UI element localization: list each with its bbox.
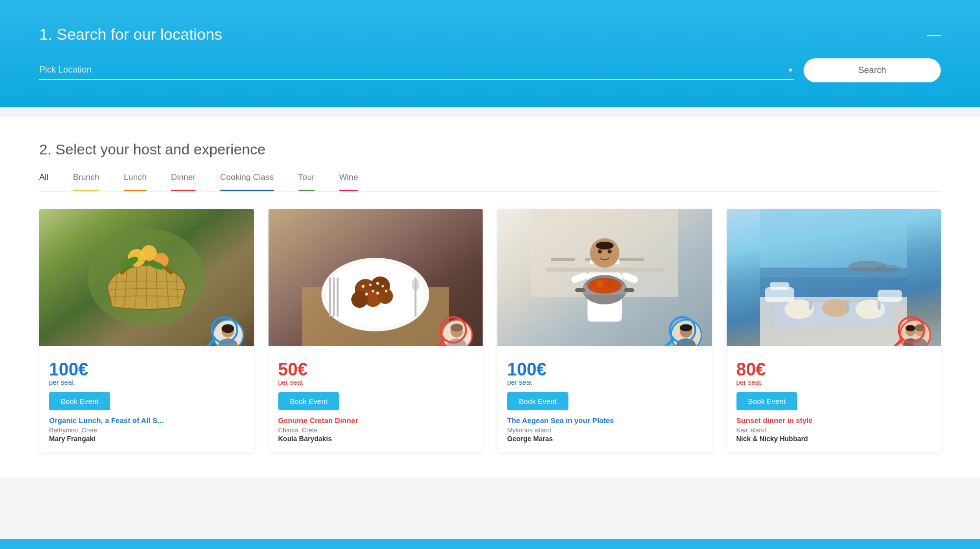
- step2-title: 2. Select your host and experience: [39, 141, 941, 158]
- card-4-location: Kea island: [736, 426, 931, 434]
- search-row: Pick Location ▼ Search: [39, 58, 941, 82]
- card-4-image: [727, 209, 941, 346]
- svg-point-29: [376, 282, 379, 285]
- card-2-price: 50€: [278, 361, 473, 378]
- magnify-1-svg: [197, 314, 242, 346]
- svg-point-30: [382, 285, 384, 288]
- card-3-content: 100€ per seat Book Event The Aegean Sea …: [497, 346, 712, 452]
- card-2-host: Koula Barydakis: [278, 435, 473, 443]
- svg-point-27: [362, 285, 365, 288]
- svg-line-97: [892, 340, 902, 346]
- header-top: 1. Search for our locations —: [39, 25, 941, 44]
- tab-cooking-class[interactable]: Cooking Class: [220, 173, 274, 186]
- minimize-button[interactable]: —: [927, 27, 941, 43]
- svg-point-56: [608, 250, 612, 253]
- cooking-underline: [220, 190, 274, 191]
- svg-rect-50: [619, 258, 644, 261]
- card-4-event-name: Sunset dinner in style: [736, 416, 931, 424]
- svg-rect-36: [333, 277, 335, 317]
- location-placeholder: Pick Location: [39, 65, 92, 75]
- card-3-host: George Maras: [507, 435, 702, 443]
- card-1-avatar-wrapper: [207, 319, 244, 346]
- svg-point-28: [369, 284, 372, 286]
- svg-rect-84: [846, 300, 849, 310]
- magnify-4-svg: [884, 314, 929, 346]
- step1-title: 1. Search for our locations: [39, 25, 222, 44]
- card-2-event-name: Genuine Cretan Dinner: [278, 416, 473, 424]
- card-1-content: 100€ per seat Book Event Organic Lunch, …: [39, 346, 254, 452]
- card-3-per-seat: per seat: [507, 378, 702, 386]
- tour-underline: [298, 190, 315, 191]
- card-3-image: [497, 209, 712, 346]
- tab-wine[interactable]: Wine: [339, 173, 358, 186]
- svg-point-76: [875, 265, 900, 273]
- tab-tour[interactable]: Tour: [298, 173, 315, 186]
- card-2-book-button[interactable]: Book Event: [278, 392, 340, 410]
- card-3: 100€ per seat Book Event The Aegean Sea …: [497, 209, 712, 452]
- tab-brunch[interactable]: Brunch: [73, 173, 99, 186]
- card-2-avatar-wrapper: [436, 319, 473, 346]
- svg-rect-48: [551, 258, 575, 261]
- card-3-price: 100€: [507, 361, 702, 378]
- magnify-2-svg: [426, 314, 470, 346]
- card-2-per-seat: per seat: [278, 378, 473, 386]
- card-1-book-button[interactable]: Book Event: [49, 392, 110, 410]
- svg-rect-85: [878, 301, 881, 310]
- card-2-image: [269, 209, 483, 346]
- svg-point-62: [588, 278, 622, 294]
- svg-point-33: [365, 293, 368, 296]
- card-3-event-name: The Aegean Sea in your Plates: [507, 416, 702, 424]
- svg-line-45: [434, 340, 443, 346]
- spacer: [0, 107, 980, 117]
- dropdown-arrow-icon: ▼: [787, 66, 794, 74]
- svg-point-81: [822, 299, 850, 317]
- svg-point-31: [376, 292, 379, 295]
- search-button[interactable]: Search: [804, 58, 941, 82]
- card-2-content: 50€ per seat Book Event Genuine Cretan D…: [269, 346, 483, 452]
- lunch-underline: [124, 190, 147, 191]
- svg-point-57: [596, 242, 613, 250]
- svg-rect-47: [546, 268, 663, 272]
- bottom-bar: [0, 539, 980, 549]
- location-dropdown[interactable]: Pick Location ▼: [39, 61, 794, 80]
- card-3-book-button[interactable]: Book Event: [507, 392, 568, 410]
- magnify-3-svg: [656, 314, 700, 346]
- svg-line-72: [663, 340, 673, 346]
- card-2: 50€ per seat Book Event Genuine Cretan D…: [269, 209, 483, 452]
- svg-point-39: [412, 279, 419, 291]
- card-4-book-button[interactable]: Book Event: [736, 392, 798, 410]
- top-bar: [0, 0, 980, 6]
- card-1-host: Mary Frangaki: [49, 435, 244, 443]
- card-1: 100€ per seat Book Event Organic Lunch, …: [39, 209, 254, 452]
- tab-lunch[interactable]: Lunch: [124, 173, 147, 186]
- card-3-avatar-wrapper: [665, 319, 702, 346]
- card-4-avatar-wrapper: [894, 319, 931, 346]
- svg-rect-83: [809, 301, 812, 310]
- card-1-per-seat: per seat: [49, 378, 244, 386]
- card-4-content: 80€ per seat Book Event Sunset dinner in…: [727, 346, 941, 452]
- card-4-host: Nick & Nicky Hubbard: [736, 435, 931, 443]
- svg-point-32: [372, 290, 374, 293]
- svg-point-55: [598, 250, 602, 253]
- svg-line-18: [205, 340, 215, 346]
- wine-underline: [339, 190, 358, 191]
- card-3-location: Mykonos island: [507, 426, 702, 434]
- svg-rect-66: [624, 288, 634, 292]
- card-1-location: Rethymno, Crete: [49, 426, 244, 434]
- tab-dinner[interactable]: Dinner: [171, 173, 196, 186]
- card-1-event-name: Organic Lunch, a Feast of All S...: [49, 416, 244, 424]
- tab-all[interactable]: All: [39, 173, 49, 186]
- svg-point-64: [607, 281, 614, 288]
- card-2-location: Chania, Crete: [278, 426, 473, 434]
- main-section: 2. Select your host and experience All B…: [0, 117, 980, 477]
- svg-point-34: [385, 290, 388, 293]
- svg-rect-35: [329, 277, 331, 317]
- svg-rect-88: [878, 290, 902, 302]
- card-4-per-seat: per seat: [736, 378, 931, 386]
- svg-rect-87: [770, 282, 789, 290]
- category-tabs: All Brunch Lunch Dinner Cooking Class To…: [39, 173, 941, 192]
- dinner-underline: [171, 190, 196, 191]
- svg-point-63: [596, 280, 604, 288]
- card-4: 80€ per seat Book Event Sunset dinner in…: [727, 209, 941, 452]
- card-1-image: [39, 209, 254, 346]
